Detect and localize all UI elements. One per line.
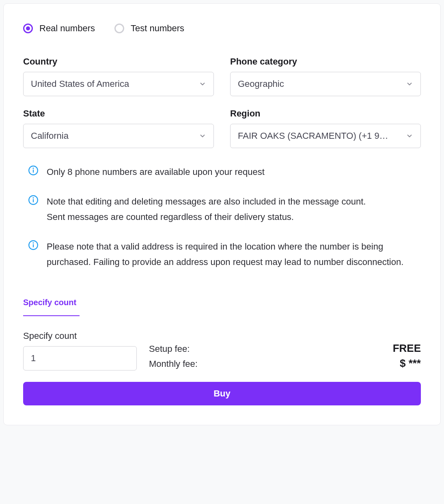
state-select[interactable]: California xyxy=(23,124,214,148)
chevron-down-icon xyxy=(406,80,413,88)
svg-point-2 xyxy=(33,168,33,168)
country-value: United States of America xyxy=(31,79,129,89)
svg-point-5 xyxy=(33,198,33,198)
info-icon xyxy=(28,240,39,250)
number-type-radio-group: Real numbers Test numbers xyxy=(23,23,421,34)
test-numbers-label: Test numbers xyxy=(131,23,184,34)
note-availability-text: Only 8 phone numbers are available upon … xyxy=(47,164,265,179)
buy-button[interactable]: Buy xyxy=(23,382,421,405)
real-numbers-radio[interactable]: Real numbers xyxy=(23,23,95,34)
monthly-fee-line: Monthly fee: $ *** xyxy=(149,357,421,370)
country-select[interactable]: United States of America xyxy=(23,72,214,96)
info-notes: Only 8 phone numbers are available upon … xyxy=(23,164,421,269)
category-value: Geographic xyxy=(238,79,284,89)
test-numbers-radio[interactable]: Test numbers xyxy=(114,23,184,34)
region-select[interactable]: FAIR OAKS (SACRAMENTO) (+1 9… xyxy=(230,124,421,148)
tab-specify-count[interactable]: Specify count xyxy=(23,298,80,316)
state-field: State California xyxy=(23,108,214,148)
note-address-text: Please note that a valid address is requ… xyxy=(47,239,421,269)
chevron-down-icon xyxy=(199,132,206,140)
note-availability: Only 8 phone numbers are available upon … xyxy=(23,164,421,179)
setup-fee-label: Setup fee: xyxy=(149,344,190,354)
info-icon xyxy=(28,165,39,176)
svg-point-8 xyxy=(33,243,33,243)
count-and-fees-row: Specify count Setup fee: FREE Monthly fe… xyxy=(23,331,421,370)
setup-fee-value: FREE xyxy=(393,342,421,355)
fees: Setup fee: FREE Monthly fee: $ *** xyxy=(149,342,421,370)
chevron-down-icon xyxy=(406,132,413,140)
radio-unselected-icon xyxy=(114,24,124,33)
note-messages-text: Note that editing and deleting messages … xyxy=(47,194,366,224)
real-numbers-label: Real numbers xyxy=(39,23,95,34)
state-value: California xyxy=(31,131,69,141)
state-label: State xyxy=(23,108,214,119)
country-label: Country xyxy=(23,56,214,67)
region-field: Region FAIR OAKS (SACRAMENTO) (+1 9… xyxy=(230,108,421,148)
note-address: Please note that a valid address is requ… xyxy=(23,239,421,269)
monthly-fee-value: $ *** xyxy=(400,357,421,370)
note-messages-line2: Sent messages are counted regardless of … xyxy=(47,212,294,222)
tabs: Specify count xyxy=(23,298,421,316)
note-messages: Note that editing and deleting messages … xyxy=(23,194,421,224)
region-value: FAIR OAKS (SACRAMENTO) (+1 9… xyxy=(238,131,388,141)
country-field: Country United States of America xyxy=(23,56,214,96)
category-select[interactable]: Geographic xyxy=(230,72,421,96)
category-label: Phone category xyxy=(230,56,421,67)
info-icon xyxy=(28,195,39,205)
count-input[interactable] xyxy=(23,346,137,370)
monthly-fee-label: Monthly fee: xyxy=(149,359,198,369)
count-label: Specify count xyxy=(23,331,137,341)
category-field: Phone category Geographic xyxy=(230,56,421,96)
region-label: Region xyxy=(230,108,421,119)
count-group: Specify count xyxy=(23,331,137,370)
note-messages-line1: Note that editing and deleting messages … xyxy=(47,196,366,207)
chevron-down-icon xyxy=(199,80,206,88)
radio-selected-icon xyxy=(23,24,33,33)
buy-number-card: Real numbers Test numbers Country United… xyxy=(3,3,441,425)
filters-grid: Country United States of America Phone c… xyxy=(23,56,421,148)
setup-fee-line: Setup fee: FREE xyxy=(149,342,421,355)
